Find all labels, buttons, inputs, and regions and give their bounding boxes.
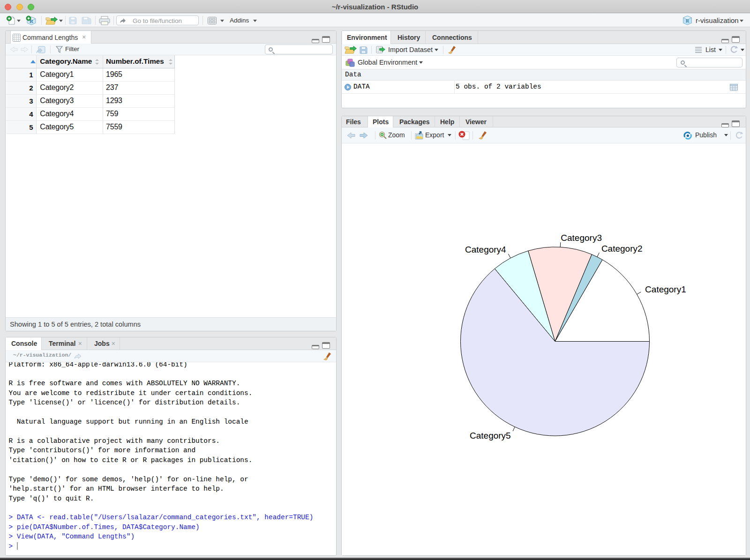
svg-text:R: R: [686, 18, 690, 23]
svg-text:Category1: Category1: [645, 284, 686, 294]
svg-text:Category2: Category2: [601, 244, 643, 254]
svg-text:Category5: Category5: [470, 431, 511, 441]
svg-text:Category3: Category3: [561, 233, 602, 243]
svg-text:Category4: Category4: [465, 245, 506, 254]
